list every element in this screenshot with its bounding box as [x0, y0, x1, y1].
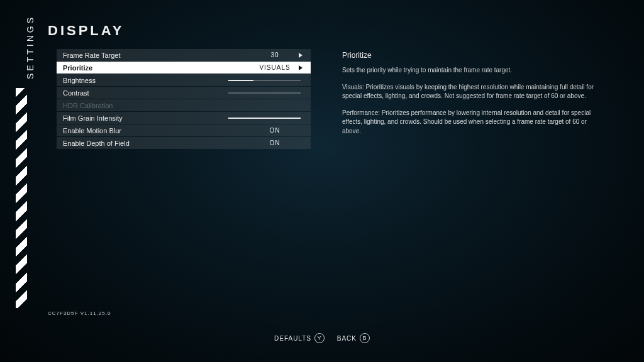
option-film-grain-intensity[interactable]: Film Grain Intensity — [57, 112, 311, 124]
description-text: Visuals: Prioritizes visuals by keeping … — [342, 83, 604, 101]
option-label: Frame Rate Target — [63, 52, 253, 59]
option-brightness[interactable]: Brightness — [57, 74, 311, 86]
option-value: ON — [253, 140, 297, 146]
options-panel: Frame Rate Target 30 Prioritize VISUALS … — [57, 49, 311, 150]
option-label: Enable Motion Blur — [63, 127, 253, 134]
option-label: Film Grain Intensity — [63, 114, 228, 122]
option-depth-of-field[interactable]: Enable Depth of Field ON — [57, 137, 311, 149]
slider-track[interactable] — [228, 118, 301, 119]
option-label: HDR Calibration — [63, 102, 304, 109]
option-value: 30 — [253, 52, 297, 58]
footer-hints: DEFAULTS Y BACK B — [0, 333, 644, 343]
description-text: Sets the priority while trying to mainta… — [342, 66, 604, 75]
slider-fill — [228, 118, 301, 119]
chevron-right-icon — [297, 52, 304, 59]
option-frame-rate-target[interactable]: Frame Rate Target 30 — [57, 49, 311, 61]
option-label: Contrast — [63, 89, 228, 97]
option-hdr-calibration: HDR Calibration — [57, 99, 311, 111]
chevron-right-icon — [297, 64, 304, 72]
option-value: ON — [253, 127, 297, 134]
option-label: Brightness — [63, 77, 228, 84]
page-title: DISPLAY — [48, 23, 124, 39]
option-label: Prioritize — [63, 64, 253, 72]
description-text: Performance: Prioritizes performance by … — [342, 109, 604, 136]
option-label: Enable Depth of Field — [63, 140, 253, 147]
option-value: VISUALS — [253, 64, 297, 71]
description-panel: Prioritize Sets the priority while tryin… — [342, 50, 604, 143]
slider-track[interactable] — [228, 92, 301, 94]
button-label: BACK — [337, 335, 357, 342]
slider-fill — [228, 80, 253, 81]
option-contrast[interactable]: Contrast — [57, 87, 311, 99]
defaults-button[interactable]: DEFAULTS Y — [274, 333, 325, 343]
version-string: CC7F3D5F V1.11.25.0 — [48, 310, 111, 316]
key-icon: Y — [314, 333, 325, 343]
hazard-stripe — [16, 88, 27, 308]
button-label: DEFAULTS — [274, 335, 311, 342]
key-icon: B — [360, 333, 370, 343]
description-title: Prioritize — [342, 50, 604, 61]
option-prioritize[interactable]: Prioritize VISUALS — [57, 62, 311, 74]
option-motion-blur[interactable]: Enable Motion Blur ON — [57, 124, 311, 136]
back-button[interactable]: BACK B — [337, 333, 370, 343]
settings-vertical-label: SETTINGS — [25, 15, 35, 79]
slider-track[interactable] — [228, 80, 301, 81]
